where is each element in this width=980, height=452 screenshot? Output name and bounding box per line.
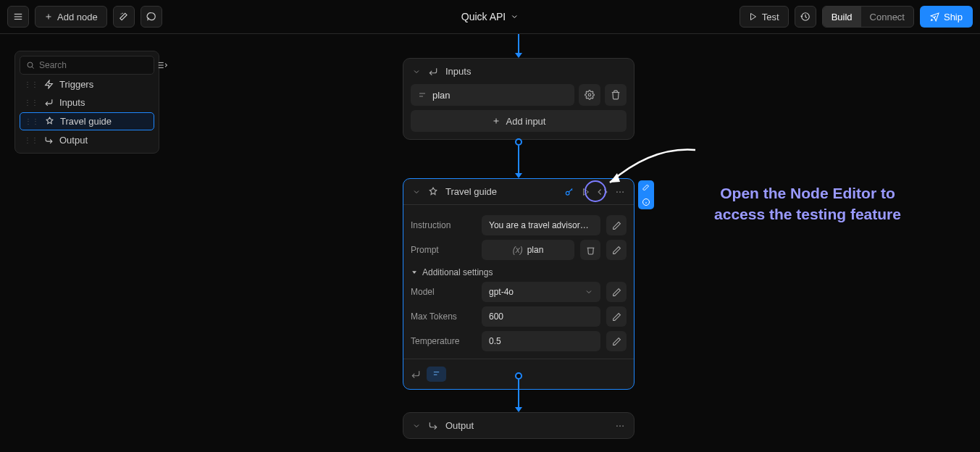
- svg-marker-22: [412, 271, 416, 274]
- arrow-down-icon: [515, 53, 522, 58]
- tab-build[interactable]: Build: [823, 7, 861, 27]
- project-title: Quick API: [461, 11, 506, 22]
- input-delete-button[interactable]: [605, 84, 627, 106]
- caret-down-icon: [411, 269, 418, 276]
- max-tokens-input[interactable]: 600: [482, 306, 600, 327]
- add-input-button[interactable]: Add input: [411, 110, 627, 132]
- history-icon: [800, 12, 811, 22]
- test-button[interactable]: Test: [740, 6, 789, 28]
- key-icon[interactable]: [564, 187, 574, 197]
- chevron-down-icon: [585, 288, 593, 296]
- svg-point-29: [616, 425, 618, 427]
- svg-point-21: [622, 191, 624, 193]
- svg-point-17: [566, 191, 569, 195]
- plus-icon: [44, 12, 53, 21]
- field-value-instruction[interactable]: You are a travel advisor…: [482, 215, 600, 235]
- edit-model-button[interactable]: [606, 282, 627, 302]
- svg-point-19: [616, 191, 618, 193]
- project-title-dropdown[interactable]: Quick API: [461, 11, 519, 22]
- field-label-temperature: Temperature: [411, 336, 476, 346]
- connector-line: [518, 146, 519, 173]
- play-icon[interactable]: [582, 188, 590, 196]
- test-label: Test: [762, 12, 779, 22]
- menu-button[interactable]: [7, 6, 29, 28]
- plus-icon: [492, 117, 501, 125]
- arrow-down-icon: [515, 407, 522, 412]
- history-button[interactable]: [795, 6, 816, 28]
- svg-point-30: [619, 425, 621, 427]
- pencil-icon: [612, 288, 621, 297]
- pencil-icon: [612, 221, 621, 230]
- rocket-icon: [930, 12, 939, 22]
- field-value-prompt[interactable]: (x) plan: [482, 240, 574, 260]
- arrow-down-icon: [515, 173, 522, 178]
- magic-icon: [119, 12, 129, 22]
- chevron-down-icon[interactable]: [412, 422, 421, 430]
- add-node-button[interactable]: Add node: [35, 6, 107, 28]
- pencil-icon: [612, 337, 621, 346]
- edit-temperature-button[interactable]: [606, 331, 627, 351]
- edit-prompt-button[interactable]: [606, 240, 627, 260]
- return-icon[interactable]: [411, 369, 421, 380]
- node-icon: [428, 187, 438, 197]
- menu-icon: [13, 12, 23, 22]
- add-node-label: Add node: [57, 12, 98, 22]
- trash-icon: [586, 246, 595, 255]
- gear-icon: [585, 90, 595, 100]
- node-title: Travel guide: [445, 186, 497, 197]
- svg-point-20: [619, 191, 621, 193]
- connector-line: [518, 34, 519, 53]
- pencil-icon: [612, 312, 621, 322]
- output-port[interactable]: [515, 138, 522, 146]
- node-title: Inputs: [445, 66, 471, 77]
- node-title: Output: [445, 420, 474, 431]
- comment-icon: [146, 12, 156, 22]
- text-icon: [432, 369, 440, 377]
- variable-icon: (x): [513, 245, 523, 255]
- additional-settings-toggle[interactable]: Additional settings: [411, 267, 627, 277]
- field-label-prompt: Prompt: [411, 245, 476, 255]
- ship-button[interactable]: Ship: [920, 6, 973, 28]
- edit-max-tokens-button[interactable]: [606, 306, 627, 327]
- pencil-icon: [612, 246, 621, 255]
- model-select[interactable]: gpt-4o: [482, 282, 600, 302]
- svg-marker-18: [584, 188, 589, 195]
- svg-point-14: [588, 93, 591, 96]
- chevron-down-icon[interactable]: [412, 67, 421, 76]
- node-travel-guide[interactable]: Travel guide Instruction You are a trave…: [403, 178, 635, 390]
- input-name: plan: [432, 90, 451, 101]
- info-icon: [642, 198, 650, 206]
- trash-icon: [611, 90, 621, 100]
- input-settings-button[interactable]: [579, 84, 600, 106]
- add-input-label: Add input: [506, 116, 546, 127]
- comment-button[interactable]: [141, 6, 162, 28]
- field-label-instruction: Instruction: [411, 220, 476, 230]
- field-label-max-tokens: Max Tokens: [411, 311, 476, 322]
- node-inputs[interactable]: Inputs plan Add input: [403, 58, 635, 140]
- chevron-down-icon: [510, 12, 519, 21]
- output-port[interactable]: [515, 372, 522, 380]
- input-icon: [428, 67, 438, 77]
- more-icon[interactable]: [615, 187, 625, 197]
- side-badge-info[interactable]: [638, 195, 654, 209]
- svg-marker-5: [750, 14, 755, 20]
- tab-connect[interactable]: Connect: [861, 7, 913, 27]
- side-badge-magic[interactable]: [638, 180, 654, 195]
- node-output[interactable]: Output: [403, 412, 635, 439]
- chevron-down-icon[interactable]: [412, 188, 421, 196]
- output-chip[interactable]: [427, 367, 446, 382]
- text-icon: [418, 91, 427, 99]
- magic-button[interactable]: [113, 6, 135, 28]
- more-icon[interactable]: [615, 421, 625, 431]
- code-icon[interactable]: [598, 187, 608, 197]
- magic-icon: [642, 183, 650, 192]
- ship-label: Ship: [944, 12, 963, 22]
- temperature-input[interactable]: 0.5: [482, 331, 600, 351]
- delete-prompt-button[interactable]: [580, 240, 600, 260]
- callout-text: Open the Node Editor to access the testi…: [699, 183, 916, 225]
- input-item-plan[interactable]: plan: [411, 84, 574, 106]
- play-icon: [749, 12, 758, 21]
- svg-point-31: [622, 425, 624, 427]
- edit-instruction-button[interactable]: [606, 215, 627, 235]
- field-label-model: Model: [411, 287, 476, 297]
